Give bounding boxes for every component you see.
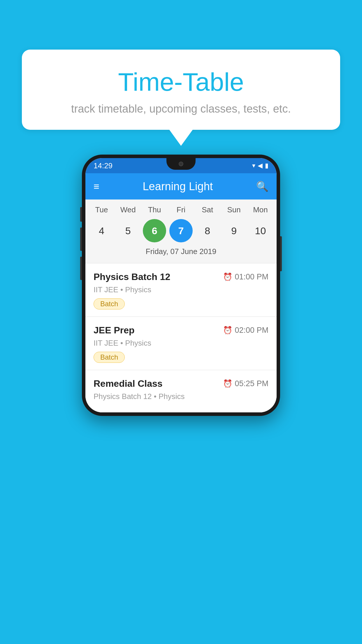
menu-icon[interactable]: ≡	[94, 181, 99, 191]
app-bar: ≡ Learning Light 🔍	[85, 173, 277, 200]
class-item-2-header: JEE Prep ⏰ 02:00 PM	[94, 325, 268, 336]
phone-side-btn-3	[80, 257, 82, 280]
class-1-meta: IIT JEE • Physics	[94, 285, 268, 294]
day-10[interactable]: 10	[249, 219, 272, 242]
clock-icon-2: ⏰	[223, 326, 232, 335]
phone-container: 14:29 ▾ ◀ ▮ ≡ Learning Light 🔍	[22, 155, 340, 416]
day-name-sun: Sun	[222, 205, 246, 214]
class-item-3-header: Remedial Class ⏰ 05:25 PM	[94, 378, 268, 389]
class-2-time: ⏰ 02:00 PM	[223, 326, 268, 335]
day-name-wed: Wed	[116, 205, 140, 214]
day-4[interactable]: 4	[90, 219, 113, 242]
class-2-name: JEE Prep	[94, 325, 135, 336]
phone-notch	[166, 158, 196, 170]
phone-mockup: 14:29 ▾ ◀ ▮ ≡ Learning Light 🔍	[82, 155, 280, 416]
day-7-selected[interactable]: 7	[169, 219, 193, 242]
day-name-sat: Sat	[196, 205, 219, 214]
class-1-badge: Batch	[94, 298, 125, 309]
class-2-meta: IIT JEE • Physics	[94, 339, 268, 348]
speech-bubble-title: Time-Table	[36, 67, 326, 97]
day-8[interactable]: 8	[196, 219, 219, 242]
clock-icon-1: ⏰	[223, 272, 232, 281]
day-5[interactable]: 5	[116, 219, 140, 242]
class-1-time-value: 01:00 PM	[235, 272, 268, 281]
class-1-time: ⏰ 01:00 PM	[223, 272, 268, 281]
class-item-1-header: Physics Batch 12 ⏰ 01:00 PM	[94, 272, 268, 282]
class-3-meta: Physics Batch 12 • Physics	[94, 392, 268, 401]
class-item-1[interactable]: Physics Batch 12 ⏰ 01:00 PM IIT JEE • Ph…	[85, 263, 277, 317]
day-6-today[interactable]: 6	[143, 219, 166, 242]
day-name-mon: Mon	[249, 205, 272, 214]
status-icons: ▾ ◀ ▮	[252, 162, 268, 169]
class-1-name: Physics Batch 12	[94, 272, 170, 282]
class-3-name: Remedial Class	[94, 378, 163, 389]
calendar-date-label: Friday, 07 June 2019	[85, 247, 277, 260]
class-2-time-value: 02:00 PM	[235, 326, 268, 335]
calendar-strip: Tue Wed Thu Fri Sat Sun Mon 4 5 6 7 8 9 …	[85, 200, 277, 263]
day-9[interactable]: 9	[222, 219, 246, 242]
signal-icon: ◀	[258, 162, 263, 169]
phone-side-btn-right	[280, 236, 282, 271]
search-icon[interactable]: 🔍	[256, 181, 268, 192]
day-name-thu: Thu	[143, 205, 166, 214]
speech-bubble-container: Time-Table track timetable, upcoming cla…	[22, 50, 340, 146]
clock-icon-3: ⏰	[223, 379, 232, 388]
speech-bubble-subtitle: track timetable, upcoming classes, tests…	[36, 103, 326, 115]
wifi-icon: ▾	[252, 162, 255, 169]
phone-screen: 14:29 ▾ ◀ ▮ ≡ Learning Light 🔍	[85, 158, 277, 412]
class-3-time: ⏰ 05:25 PM	[223, 379, 268, 388]
days-numbers: 4 5 6 7 8 9 10	[85, 219, 277, 242]
class-item-2[interactable]: JEE Prep ⏰ 02:00 PM IIT JEE • Physics Ba…	[85, 317, 277, 370]
speech-bubble: Time-Table track timetable, upcoming cla…	[22, 50, 340, 130]
class-item-3[interactable]: Remedial Class ⏰ 05:25 PM Physics Batch …	[85, 370, 277, 412]
battery-icon: ▮	[265, 162, 268, 169]
phone-side-btn-1	[80, 207, 82, 222]
app-bar-title: Learning Light	[143, 180, 213, 193]
day-name-fri: Fri	[169, 205, 193, 214]
phone-side-btn-2	[80, 228, 82, 251]
days-header: Tue Wed Thu Fri Sat Sun Mon	[85, 205, 277, 214]
class-2-badge: Batch	[94, 352, 125, 363]
camera-dot	[179, 162, 183, 166]
class-3-time-value: 05:25 PM	[235, 379, 268, 388]
day-name-tue: Tue	[90, 205, 113, 214]
status-time: 14:29	[94, 161, 113, 170]
speech-bubble-arrow	[169, 130, 193, 146]
status-bar: 14:29 ▾ ◀ ▮	[85, 158, 277, 173]
